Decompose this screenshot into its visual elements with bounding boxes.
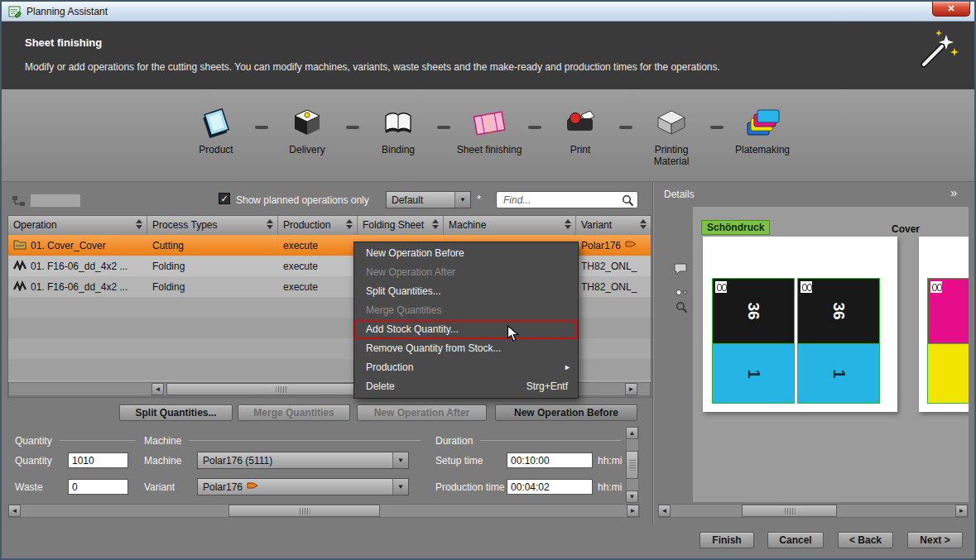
machine-group-title: Machine [144, 435, 181, 447]
step-product[interactable]: Product [181, 104, 251, 156]
context-menu: New Operation Before New Operation After… [353, 242, 579, 399]
production-time-input[interactable] [507, 479, 593, 495]
menu-item-add-stock-quantity[interactable]: Add Stock Quantity... [354, 320, 578, 339]
dropdown-arrow-icon[interactable]: ▼ [392, 452, 408, 468]
titlebar[interactable]: Planning Assistant ✕ [2, 2, 974, 22]
page-block-magenta: 2 [927, 278, 969, 344]
quantity-input[interactable] [68, 452, 128, 468]
column-label: Operation [13, 219, 57, 231]
cell-process-types: Cutting [147, 235, 278, 256]
delivery-icon [289, 104, 325, 141]
next-button[interactable]: Next > [907, 532, 963, 548]
menu-item-new-operation-before[interactable]: New Operation Before [354, 244, 578, 263]
column-label: Process Types [152, 219, 217, 231]
step-binding[interactable]: Binding [363, 104, 433, 156]
preset-dropdown[interactable]: Default ▼ [386, 191, 471, 208]
search-icon[interactable] [622, 194, 634, 210]
column-label: Folding Sheet [363, 219, 424, 231]
corner-mark [801, 281, 812, 293]
step-connector [710, 126, 724, 129]
scroll-up-icon[interactable]: ▲ [626, 427, 638, 439]
scrollbar-thumb[interactable] [626, 451, 638, 479]
corner-mark [930, 281, 942, 293]
details-h-scrollbar[interactable]: ◄ ► [658, 504, 969, 518]
filter-box[interactable] [30, 194, 81, 208]
page-title: Sheet finishing [25, 36, 102, 49]
group-line [480, 440, 621, 441]
show-planned-checkbox[interactable]: ✓ [219, 193, 230, 204]
scroll-left-icon[interactable]: ◄ [8, 505, 21, 517]
find-input[interactable] [496, 191, 638, 208]
cell-operation: 01. F16-06_dd_4x2 ... [8, 256, 147, 276]
column-header-folding-sheet[interactable]: Folding Sheet [358, 216, 444, 235]
menu-item-production[interactable]: Production ► [354, 358, 578, 377]
scroll-right-icon[interactable]: ► [955, 505, 968, 517]
printing-material-icon [653, 104, 690, 141]
scroll-right-icon[interactable]: ► [625, 383, 637, 395]
split-quantities-button[interactable]: Split Quantities... [119, 404, 233, 421]
scrollbar-thumb[interactable] [228, 505, 380, 517]
sort-icon [432, 219, 439, 229]
show-planned-label[interactable]: Show planned operations only [236, 194, 369, 206]
variant-value-text: Polar176 [203, 481, 243, 493]
scroll-down-icon[interactable]: ▼ [626, 491, 638, 503]
details-expand-icon[interactable]: » [950, 185, 957, 199]
machine-label: Machine [144, 455, 181, 467]
operation-text: 01. Cover_Cover [31, 240, 106, 251]
sort-icon [640, 219, 647, 229]
variant-dropdown[interactable]: Polar176 ▼ [197, 478, 409, 495]
step-sheet-finishing[interactable]: Sheet finishing [454, 104, 524, 156]
waste-input[interactable] [68, 479, 128, 495]
scrollbar-grip [629, 460, 636, 471]
submenu-arrow-icon: ► [564, 358, 571, 377]
left-panel-h-scrollbar[interactable]: ◄ ► [8, 504, 640, 518]
step-delivery[interactable]: Delivery [272, 104, 342, 156]
comment-icon[interactable] [674, 263, 689, 279]
close-button[interactable]: ✕ [932, 2, 970, 17]
column-header-process-types[interactable]: Process Types [147, 216, 278, 235]
dropdown-arrow-icon[interactable]: ▼ [454, 192, 470, 208]
app-icon [8, 5, 22, 18]
setup-time-input[interactable] [507, 452, 593, 468]
sheet-preview-area: Schöndruck Cover 36 1 36 1 [693, 207, 969, 502]
marker-icon[interactable] [676, 285, 688, 299]
step-connector [255, 126, 268, 129]
back-button[interactable]: < Back [838, 532, 893, 548]
scroll-left-icon[interactable]: ◄ [658, 505, 671, 517]
scroll-left-icon[interactable]: ◄ [151, 383, 164, 395]
page-block-yellow: 35 [927, 343, 969, 404]
variant-tag-icon [625, 239, 637, 251]
mouse-cursor [507, 325, 519, 346]
dropdown-arrow-icon[interactable]: ▼ [392, 479, 408, 495]
window-title: Planning Assistant [26, 6, 108, 17]
column-header-production[interactable]: Production [278, 216, 358, 235]
product-icon [198, 104, 234, 141]
step-print[interactable]: Print [546, 104, 615, 156]
folding-icon [13, 259, 26, 273]
column-header-operation[interactable]: Operation [8, 216, 147, 235]
details-title: Details [664, 189, 695, 200]
finish-button[interactable]: Finish [700, 532, 754, 548]
machine-value: Polar176 (5111) [198, 452, 392, 468]
step-label: Product [181, 145, 251, 156]
form-v-scrollbar[interactable]: ▲ ▼ [626, 427, 639, 503]
front-sheet-preview[interactable]: 36 1 36 1 [703, 237, 897, 412]
menu-item-delete[interactable]: Delete Strg+Entf [354, 377, 578, 396]
column-header-machine[interactable]: Machine [444, 216, 576, 235]
column-header-variant[interactable]: Variant [576, 216, 651, 235]
menu-item-split-quantities[interactable]: Split Quantities... [354, 282, 578, 301]
machine-dropdown[interactable]: Polar176 (5111) ▼ [197, 452, 409, 469]
back-sheet-preview[interactable]: 2 35 [919, 237, 969, 412]
cancel-button[interactable]: Cancel [767, 532, 824, 548]
menu-item-remove-quantity-from-stock[interactable]: Remove Quantity from Stock... [354, 339, 578, 358]
step-platemaking[interactable]: Platemaking [728, 104, 797, 156]
zoom-icon[interactable] [676, 301, 688, 317]
scrollbar-thumb[interactable] [742, 505, 837, 517]
panel-divider[interactable] [652, 182, 654, 524]
new-operation-before-button[interactable]: New Operation Before [495, 404, 637, 421]
scroll-right-icon[interactable]: ► [627, 505, 639, 517]
page-number: 36 [829, 302, 848, 319]
preset-value: Default [387, 192, 454, 208]
step-printing-material[interactable]: Printing Material [637, 104, 706, 168]
tree-view-icon[interactable] [12, 195, 26, 210]
